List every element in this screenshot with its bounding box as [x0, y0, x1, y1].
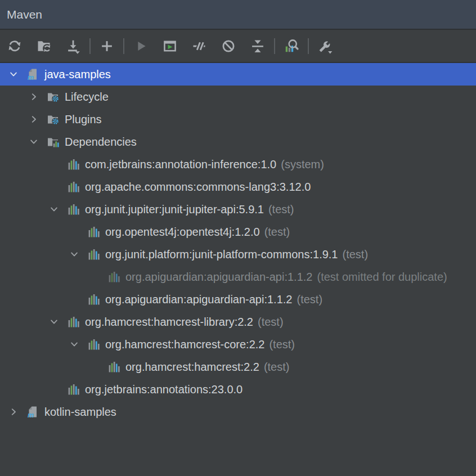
offline-mode-icon	[221, 38, 236, 54]
maven-module-icon: m	[26, 405, 39, 419]
execute-maven-goal-button[interactable]	[155, 34, 185, 59]
chevron-spacer	[47, 158, 61, 171]
dependency-icon	[66, 383, 80, 396]
maven-toolbar	[0, 30, 476, 63]
toggle-skip-tests-button[interactable]	[185, 34, 214, 59]
tree-row[interactable]: org.apiguardian:apiguardian-api:1.1.2(te…	[0, 288, 476, 311]
node-label: org.hamcrest:hamcrest-core:2.2	[105, 338, 264, 351]
node-label: org.jetbrains:annotations:23.0.0	[85, 383, 243, 396]
lifecycle-folder-icon	[46, 90, 60, 104]
tree-row[interactable]: org.opentest4j:opentest4j:1.2.0(test)	[0, 221, 476, 243]
add-maven-projects-button[interactable]	[92, 34, 122, 59]
chevron-spacer	[68, 225, 81, 239]
analyze-dependencies-button[interactable]	[277, 34, 306, 59]
maven-module-icon: m	[26, 68, 39, 81]
collapse-all-button[interactable]	[243, 34, 272, 59]
chevron-down-icon[interactable]	[47, 203, 61, 216]
tree-row[interactable]: Plugins	[0, 108, 476, 131]
chevron-right-icon[interactable]	[7, 405, 20, 419]
tool-window-title: Maven	[7, 8, 42, 21]
chevron-down-icon[interactable]	[27, 135, 41, 149]
folder-sync-icon	[36, 38, 52, 54]
node-label: org.apache.commons:commons-lang3:3.12.0	[85, 181, 311, 194]
dependency-analyzer-icon	[284, 38, 299, 54]
reload-all-maven-projects-button[interactable]	[0, 34, 29, 59]
node-label: org.hamcrest:hamcrest-library:2.2	[85, 316, 253, 329]
node-label: org.junit.jupiter:junit-jupiter-api:5.9.…	[85, 203, 264, 216]
dependency-scope: (test)	[297, 293, 322, 306]
skip-tests-icon	[191, 38, 207, 54]
dependencies-folder-icon	[46, 135, 60, 149]
dependency-scope: (test)	[258, 316, 284, 329]
chevron-down-icon[interactable]	[7, 68, 20, 81]
tree-row[interactable]: org.hamcrest:hamcrest-core:2.2(test)	[0, 333, 476, 356]
tree-row[interactable]: org.apache.commons:commons-lang3:3.12.0	[0, 176, 476, 198]
chevron-spacer	[88, 270, 101, 284]
dependency-icon	[87, 225, 100, 239]
dependency-scope: (test)	[268, 203, 294, 216]
tree-row[interactable]: m kotlin-samples	[0, 401, 476, 423]
reload-icon	[7, 38, 23, 54]
node-label: org.junit.platform:junit-platform-common…	[105, 248, 338, 261]
dependency-icon	[66, 180, 80, 194]
toggle-offline-mode-button[interactable]	[214, 34, 243, 59]
tree-row[interactable]: Dependencies	[0, 131, 476, 153]
node-label: java-samples	[44, 68, 111, 81]
node-label: Dependencies	[65, 136, 137, 149]
dependency-icon	[107, 270, 120, 284]
node-label: org.opentest4j:opentest4j:1.2.0	[105, 226, 260, 239]
dependency-scope: (test)	[264, 361, 290, 374]
dependency-scope: (test)	[343, 248, 369, 261]
node-label: Lifecycle	[65, 91, 109, 104]
toolbar-separator	[274, 38, 275, 54]
plugins-folder-icon	[46, 113, 60, 126]
download-sources-button[interactable]	[59, 34, 88, 59]
maven-projects-tree: m java-samples Lifecycle Plugins Depende…	[0, 63, 476, 476]
toolbar-separator	[123, 38, 124, 54]
dependency-icon	[66, 315, 80, 329]
node-label: org.apiguardian:apiguardian-api:1.1.2	[105, 293, 292, 306]
dependency-scope: (test omitted for duplicate)	[317, 271, 447, 284]
wrench-icon	[317, 38, 333, 54]
tool-window-header: Maven	[0, 0, 476, 30]
node-label: org.hamcrest:hamcrest:2.2	[125, 361, 259, 374]
svg-text:m: m	[28, 74, 34, 81]
tree-row[interactable]: org.jetbrains:annotations:23.0.0	[0, 378, 476, 401]
chevron-right-icon[interactable]	[27, 90, 41, 104]
tree-row[interactable]: m java-samples	[0, 63, 476, 86]
dependency-icon	[66, 158, 80, 171]
node-label: org.apiguardian:apiguardian-api:1.1.2	[125, 271, 312, 284]
tree-row[interactable]: org.hamcrest:hamcrest-library:2.2(test)	[0, 311, 476, 333]
run-anything-icon	[162, 38, 178, 54]
run-disabled-icon	[133, 38, 149, 54]
node-label: kotlin-samples	[44, 406, 116, 419]
node-label: Plugins	[65, 113, 102, 126]
dependency-icon	[87, 338, 100, 351]
tree-row[interactable]: org.junit.jupiter:junit-jupiter-api:5.9.…	[0, 198, 476, 221]
toolbar-separator	[308, 38, 309, 54]
plus-icon	[99, 38, 115, 54]
dependency-icon	[87, 293, 100, 306]
run-build-button[interactable]	[126, 34, 155, 59]
chevron-down-icon[interactable]	[68, 248, 81, 261]
tree-row[interactable]: com.jetbrains:annotation-inference:1.0(s…	[0, 153, 476, 176]
tree-row[interactable]: org.junit.platform:junit-platform-common…	[0, 243, 476, 266]
chevron-down-icon[interactable]	[47, 315, 61, 329]
tree-row[interactable]: Lifecycle	[0, 86, 476, 108]
tree-row[interactable]: org.hamcrest:hamcrest:2.2(test)	[0, 356, 476, 378]
chevron-down-icon[interactable]	[68, 338, 81, 351]
maven-settings-button[interactable]	[311, 34, 340, 59]
tree-row[interactable]: org.apiguardian:apiguardian-api:1.1.2(te…	[0, 266, 476, 288]
dependency-scope: (test)	[269, 338, 295, 351]
dependency-scope: (system)	[281, 158, 324, 171]
chevron-right-icon[interactable]	[27, 113, 41, 126]
download-arrow-icon	[65, 38, 81, 54]
chevron-spacer	[88, 360, 101, 374]
chevron-spacer	[47, 383, 61, 396]
generate-sources-button[interactable]	[29, 34, 59, 59]
node-label: com.jetbrains:annotation-inference:1.0	[85, 158, 276, 171]
chevron-spacer	[47, 180, 61, 194]
chevron-spacer	[68, 293, 81, 306]
maven-tool-window: Maven	[0, 0, 476, 476]
dependency-icon	[66, 203, 80, 216]
